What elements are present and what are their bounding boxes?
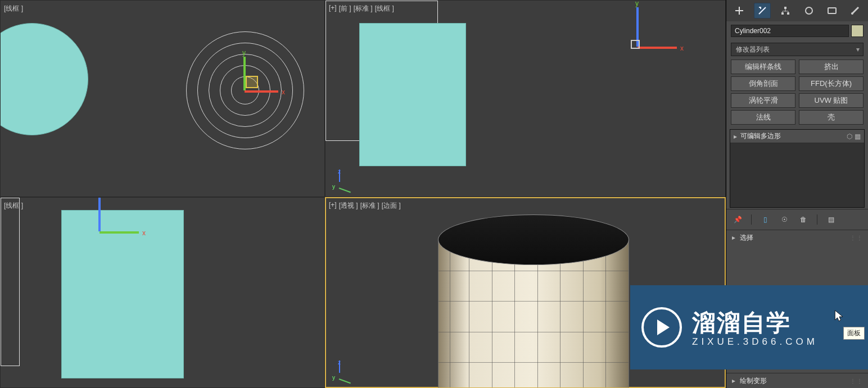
axis-indicator: zy [333,170,352,189]
rollout-title: 选择 [740,233,753,243]
btn-turbosmooth[interactable]: 涡轮平滑 [731,93,795,108]
viewport-bottom-left[interactable]: [线框 ] [0,197,325,388]
btn-uvw-map[interactable]: UVW 贴图 [799,93,864,108]
viewport-label[interactable]: [线框 ] [4,4,23,13]
modifier-list-dropdown[interactable]: 修改器列表 [731,43,864,56]
rollout-title: 绘制变形 [740,376,767,386]
svg-rect-0 [784,7,786,9]
stack-item-label: 可编辑多边形 [740,131,781,141]
rollout-grip-icon[interactable]: ⋮⋮ [850,235,864,241]
btn-bevel-profile[interactable]: 倒角剖面 [731,76,795,91]
btn-edit-spline[interactable]: 编辑样条线 [731,60,795,74]
tab-utilities[interactable] [847,3,864,19]
vp-label-part[interactable]: [边面 ] [382,201,401,211]
wireframe-object-panel [61,210,184,378]
rollout-header-paint-deform[interactable]: ▸ 绘制变形 ⋮⋮ [726,373,868,388]
pin-stack-icon[interactable]: 📌 [732,214,743,225]
stack-item-vertex-icon[interactable]: ⬡ [847,133,852,140]
rollout-paint-deform: ▸ 绘制变形 ⋮⋮ [726,373,868,388]
chevron-right-icon: ▸ [732,377,735,385]
command-panel: 修改器列表 编辑样条线 挤出 倒角剖面 FFD(长方体) 涡轮平滑 UVW 贴图… [726,0,868,388]
stack-toolbar: 📌 ▯ ☉ 🗑 ▤ [726,209,868,230]
svg-rect-1 [781,12,784,15]
configure-sets-icon[interactable]: ▤ [825,214,837,225]
wireframe-object-panel [359,23,466,166]
object-color-swatch[interactable] [851,25,864,37]
command-panel-tabs [726,0,868,21]
vp-label-part[interactable]: [透视 ] [339,201,358,211]
viewport-top-left[interactable]: [线框 ] [0,0,325,197]
svg-point-3 [806,7,812,14]
object-name-input[interactable] [731,25,849,37]
rollout-grip-icon[interactable]: ⋮⋮ [850,378,864,384]
axis-indicator: zy [333,360,352,380]
svg-point-5 [851,12,853,15]
viewport-top-right[interactable]: [+] [前 ] [标准 ] [线框 ] zy [325,0,726,197]
vp-label-part[interactable]: [+] [329,4,337,13]
vp-label-part[interactable]: [线框 ] [375,4,394,13]
tab-motion[interactable] [801,3,817,19]
tab-create[interactable] [731,3,748,19]
wireframe-object-slice [1,198,20,366]
btn-shell[interactable]: 壳 [799,110,864,125]
rollout-header-selection[interactable]: ▸ 选择 ⋮⋮ [726,230,868,245]
btn-extrude[interactable]: 挤出 [799,60,864,74]
vp-label-part[interactable]: [标准 ] [354,4,373,13]
viewport-label[interactable]: [+] [透视 ] [标准 ] [边面 ] [329,201,401,211]
wireframe-object-disc [0,23,88,135]
vp-label-part[interactable]: [标准 ] [360,201,379,211]
rollout-selection: ▸ 选择 ⋮⋮ [726,230,868,245]
viewport-label[interactable]: [+] [前 ] [标准 ] [线框 ] [329,4,394,13]
modifier-quick-buttons: 编辑样条线 挤出 倒角剖面 FFD(长方体) 涡轮平滑 UVW 贴图 法线 壳 [726,60,868,128]
vp-label-part[interactable]: [+] [329,201,337,211]
vp-label-part[interactable]: [前 ] [339,4,351,13]
btn-normal[interactable]: 法线 [731,110,795,125]
stack-item-editable-poly[interactable]: ▸ 可编辑多边形 ⬡ ▦ [730,130,864,143]
tab-modify[interactable] [754,3,771,19]
viewport-perspective[interactable]: [+] [透视 ] [标准 ] [边面 ] zy [325,197,726,388]
vp-label-part[interactable]: [线框 ] [4,4,23,13]
svg-rect-4 [828,8,836,13]
tab-hierarchy[interactable] [777,3,794,19]
chevron-right-icon: ▸ [732,234,735,241]
modifier-list-label: 修改器列表 [736,45,770,54]
modifier-stack[interactable]: ▸ 可编辑多边形 ⬡ ▦ [730,129,865,208]
remove-modifier-icon[interactable]: 🗑 [798,214,809,225]
perspective-cylinder [438,214,629,388]
svg-rect-2 [787,12,789,15]
show-end-result-icon[interactable]: ▯ [760,214,771,225]
vp-label-part[interactable]: [线框 ] [4,201,23,211]
make-unique-icon[interactable]: ☉ [779,214,790,225]
stack-item-toggle-icon[interactable]: ▦ [855,133,861,140]
tab-display[interactable] [824,3,840,19]
expand-icon[interactable]: ▸ [734,133,737,140]
btn-ffd-box[interactable]: FFD(长方体) [799,76,864,91]
viewport-label[interactable]: [线框 ] [4,201,23,211]
